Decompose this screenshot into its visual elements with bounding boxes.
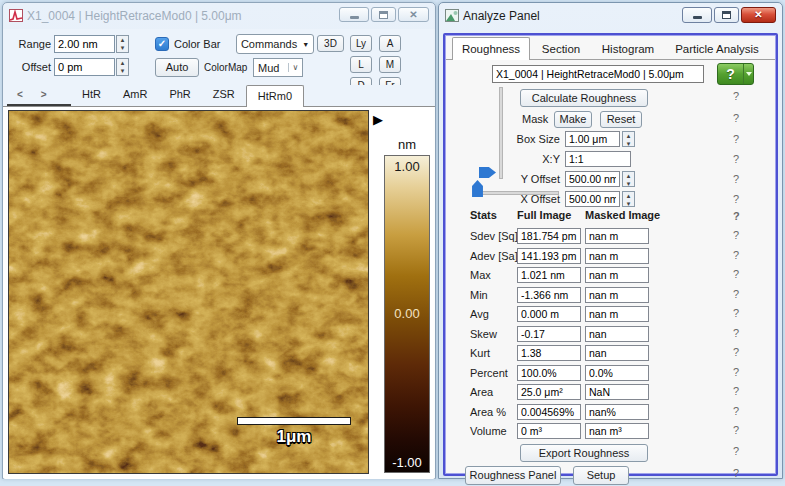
help-icon[interactable]: ? <box>733 210 740 222</box>
help-icon[interactable]: ? <box>733 229 739 241</box>
stat-masked-image-value[interactable] <box>585 228 649 244</box>
stat-masked-image-value[interactable] <box>585 306 649 322</box>
help-icon[interactable]: ? <box>733 327 739 339</box>
help-icon[interactable]: ? <box>733 405 739 417</box>
view-button[interactable]: Ly <box>350 35 372 52</box>
help-icon[interactable]: ? <box>733 288 739 300</box>
stat-full-image-value[interactable] <box>517 404 581 420</box>
stat-full-image-value[interactable] <box>517 345 581 361</box>
analysis-tab[interactable]: Histogram <box>592 39 664 59</box>
help-icon[interactable]: ? <box>733 385 739 397</box>
stat-full-image-value[interactable] <box>517 267 581 283</box>
color-bar-checkbox[interactable]: ✓ <box>155 37 169 51</box>
stat-masked-image-value[interactable] <box>585 326 649 342</box>
help-icon[interactable]: ? <box>733 268 739 280</box>
stat-full-image-value[interactable] <box>517 365 581 381</box>
stat-masked-image-value[interactable] <box>585 267 649 283</box>
maximize-button[interactable] <box>714 7 739 23</box>
x-offset-slider-track[interactable] <box>479 191 559 195</box>
spinner-up-icon[interactable]: ▴ <box>117 59 128 67</box>
stat-masked-image-value[interactable] <box>585 345 649 361</box>
prev-tab-arrow[interactable]: < <box>17 89 23 100</box>
view-button[interactable]: 3D <box>317 35 344 52</box>
maximize-button[interactable] <box>371 7 396 22</box>
offset-spinner[interactable]: ▴ ▾ <box>116 58 129 76</box>
help-icon[interactable]: ? <box>733 307 739 319</box>
help-dropdown-arrow-icon[interactable] <box>743 64 753 84</box>
setup-button[interactable]: Setup <box>573 466 629 485</box>
analyze-panel-titlebar[interactable]: Analyze Panel ✕ <box>439 3 782 29</box>
field-input[interactable] <box>565 191 620 207</box>
spinner-down-icon[interactable]: ▾ <box>117 67 128 75</box>
stat-masked-image-value[interactable] <box>585 365 649 381</box>
stat-masked-image-value[interactable] <box>585 384 649 400</box>
data-source-select[interactable] <box>492 65 704 83</box>
stat-masked-image-value[interactable] <box>585 423 649 439</box>
spinner-down-icon[interactable]: ▾ <box>117 44 128 52</box>
mask-make-button[interactable]: Make <box>554 111 592 128</box>
auto-button[interactable]: Auto <box>155 58 199 77</box>
play-button[interactable]: ▶ <box>373 113 383 126</box>
stat-masked-image-value[interactable] <box>585 404 649 420</box>
help-icon[interactable]: ? <box>733 193 739 205</box>
minimize-button[interactable] <box>682 7 712 23</box>
stat-full-image-value[interactable] <box>517 423 581 439</box>
range-input[interactable] <box>54 35 115 53</box>
view-button[interactable]: A <box>379 35 401 52</box>
help-icon[interactable]: ? <box>733 249 739 261</box>
help-icon[interactable]: ? <box>733 112 739 124</box>
analysis-tab[interactable]: Section <box>530 39 592 59</box>
colormap-select[interactable]: Mud ∨ <box>253 58 303 77</box>
stat-masked-image-value[interactable] <box>585 248 649 264</box>
help-icon[interactable]: ? <box>733 366 739 378</box>
field-spinner[interactable]: ▴ ▾ <box>622 131 635 147</box>
roughness-panel-button[interactable]: Roughness Panel <box>465 466 561 485</box>
close-button[interactable]: ✕ <box>741 7 776 23</box>
spinner-down-icon[interactable]: ▾ <box>623 180 634 188</box>
stat-masked-image-value[interactable] <box>585 287 649 303</box>
help-icon[interactable]: ? <box>733 346 739 358</box>
field-input[interactable] <box>565 131 620 147</box>
calculate-roughness-button[interactable]: Calculate Roughness <box>520 89 648 107</box>
field-input[interactable] <box>565 171 620 187</box>
channel-tab[interactable]: AmR <box>112 84 158 104</box>
spinner-up-icon[interactable]: ▴ <box>623 132 634 140</box>
help-button[interactable]: ? <box>717 63 754 85</box>
field-spinner[interactable]: ▴ ▾ <box>622 171 635 187</box>
mask-reset-button[interactable]: Reset <box>600 111 642 128</box>
minimize-button[interactable] <box>339 7 369 22</box>
analysis-tab[interactable]: Particle Analysis <box>664 39 770 59</box>
stat-full-image-value[interactable] <box>517 248 581 264</box>
spinner-up-icon[interactable]: ▴ <box>623 192 634 200</box>
commands-button[interactable]: Commands ▼ <box>236 34 314 54</box>
y-offset-slider-track[interactable] <box>499 87 503 179</box>
next-tab-arrow[interactable]: > <box>41 89 47 100</box>
spinner-up-icon[interactable]: ▴ <box>117 36 128 44</box>
help-icon[interactable]: ? <box>733 445 739 457</box>
analysis-tab[interactable]: Roughness <box>452 37 530 60</box>
offset-input[interactable] <box>54 58 115 76</box>
stat-full-image-value[interactable] <box>517 306 581 322</box>
stat-full-image-value[interactable] <box>517 384 581 400</box>
help-icon[interactable]: ? <box>733 153 739 165</box>
close-button[interactable]: ✕ <box>398 7 429 22</box>
stat-full-image-value[interactable] <box>517 228 581 244</box>
range-spinner[interactable]: ▴ ▾ <box>116 35 129 53</box>
spinner-up-icon[interactable]: ▴ <box>623 172 634 180</box>
spinner-down-icon[interactable]: ▾ <box>623 200 634 208</box>
image-window-titlebar[interactable]: X1_0004 | HeightRetraceMod0 | 5.00μm ✕ <box>3 3 435 29</box>
view-button[interactable]: L <box>350 56 372 73</box>
field-input[interactable] <box>565 151 631 167</box>
help-icon[interactable]: ? <box>733 133 739 145</box>
help-icon[interactable]: ? <box>733 173 739 185</box>
help-icon[interactable]: ? <box>733 467 739 479</box>
help-icon[interactable]: ? <box>733 90 739 102</box>
view-button[interactable]: M <box>379 56 401 73</box>
stat-full-image-value[interactable] <box>517 326 581 342</box>
help-icon[interactable]: ? <box>733 424 739 436</box>
channel-tab[interactable]: HtRm0 <box>246 85 304 107</box>
spinner-down-icon[interactable]: ▾ <box>623 140 634 148</box>
channel-tab[interactable]: HtR <box>71 84 112 104</box>
channel-tab[interactable]: PhR <box>158 84 201 104</box>
channel-tab[interactable]: ZSR <box>202 84 246 104</box>
